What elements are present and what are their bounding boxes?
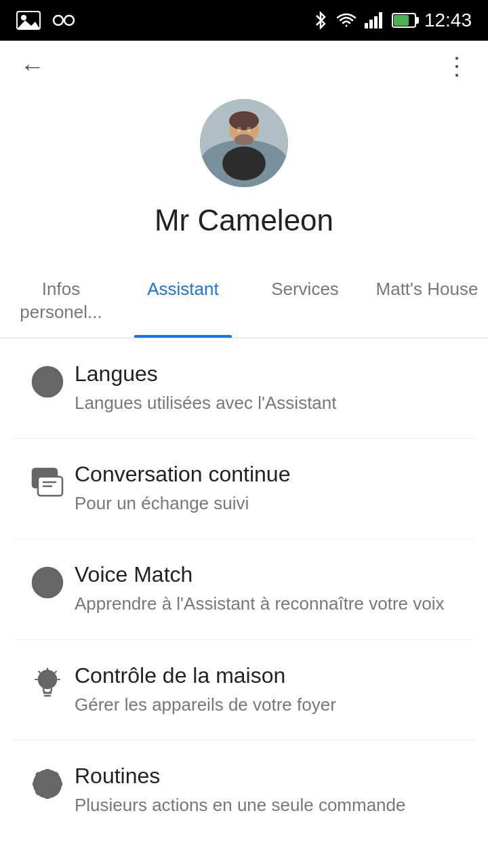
item-subtitle-routines: Plusieurs actions en une seule commande: [75, 793, 468, 817]
svg-point-27: [39, 671, 56, 688]
settings-list: Langues Langues utilisées avec l'Assista…: [0, 338, 488, 841]
list-item-conversation[interactable]: Conversation continue Pour un échange su…: [14, 439, 474, 539]
voicematch-icon: [20, 562, 75, 600]
item-subtitle-voicematch: Apprendre à l'Assistant à reconnaître vo…: [75, 591, 468, 616]
top-nav: ← ⋮: [0, 41, 488, 92]
item-title-conversation: Conversation continue: [75, 462, 468, 487]
item-title-controle: Contrôle de la maison: [75, 663, 468, 688]
list-item-routines[interactable]: Routines Plusieurs actions en une seule …: [14, 741, 474, 840]
assistant-icon: [52, 11, 76, 30]
item-subtitle-conversation: Pour un échange suivi: [75, 491, 468, 515]
signal-icon: [365, 12, 384, 28]
avatar-image: [200, 99, 288, 187]
list-item-controle[interactable]: Contrôle de la maison Gérer les appareil…: [14, 640, 474, 741]
svg-rect-40: [33, 782, 37, 786]
svg-point-4: [64, 16, 74, 25]
tabs-container: Infos personel... Assistant Services Mat…: [0, 264, 488, 338]
svg-line-32: [55, 671, 56, 673]
svg-point-37: [44, 781, 51, 787]
status-bar-right: 12:43: [313, 9, 472, 31]
routines-icon: [20, 764, 75, 802]
svg-line-31: [39, 671, 40, 673]
svg-point-3: [54, 16, 63, 25]
svg-point-15: [237, 127, 241, 132]
svg-point-13: [229, 111, 259, 130]
status-time: 12:43: [424, 9, 472, 31]
battery-icon: [392, 13, 416, 28]
svg-rect-5: [365, 23, 368, 28]
svg-rect-8: [379, 12, 382, 28]
tab-services[interactable]: Services: [244, 264, 366, 338]
chat-icon: [20, 462, 75, 500]
bluetooth-icon: [313, 11, 328, 30]
svg-point-14: [235, 134, 253, 145]
svg-point-1: [21, 15, 26, 20]
profile-section: Mr Cameleon: [0, 92, 488, 264]
avatar: [200, 99, 288, 187]
svg-rect-6: [369, 20, 373, 28]
tab-assistant[interactable]: Assistant: [122, 264, 244, 338]
item-title-routines: Routines: [75, 764, 468, 789]
item-title-langues: Langues: [75, 361, 468, 387]
svg-point-12: [222, 146, 266, 180]
profile-name: Mr Cameleon: [155, 203, 333, 237]
status-bar-left: [16, 11, 76, 30]
back-button[interactable]: ←: [20, 54, 45, 79]
svg-rect-41: [58, 782, 62, 786]
svg-rect-7: [374, 16, 378, 28]
item-subtitle-controle: Gérer les appareils de votre foyer: [75, 692, 468, 717]
svg-point-16: [247, 127, 251, 132]
svg-marker-2: [17, 20, 40, 29]
wifi-icon: [336, 12, 357, 28]
tab-infos[interactable]: Infos personel...: [0, 264, 122, 338]
item-title-voicematch: Voice Match: [75, 562, 468, 587]
status-bar: 12:43: [0, 0, 488, 41]
svg-rect-39: [45, 794, 49, 799]
tab-mattshouse[interactable]: Matt's House: [366, 264, 488, 338]
list-item-langues[interactable]: Langues Langues utilisées avec l'Assista…: [14, 338, 474, 439]
image-icon: [16, 11, 41, 30]
lightbulb-icon: [20, 663, 75, 701]
more-button[interactable]: ⋮: [445, 54, 468, 79]
svg-rect-38: [45, 769, 49, 774]
list-item-voicematch[interactable]: Voice Match Apprendre à l'Assistant à re…: [14, 539, 474, 639]
item-subtitle-langues: Langues utilisées avec l'Assistant: [75, 391, 468, 415]
globe-icon: [20, 361, 75, 399]
svg-point-26: [34, 569, 61, 596]
